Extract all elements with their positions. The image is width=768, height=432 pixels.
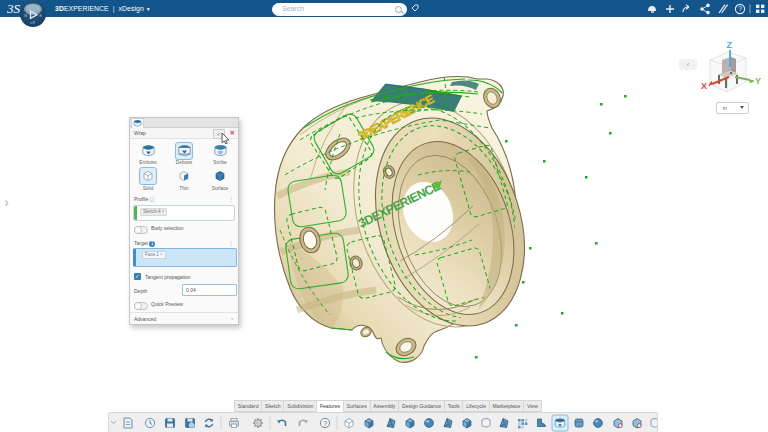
svg-text:3S: 3S [7,2,21,15]
svg-text:v.R: v.R [30,21,35,25]
svg-text:?: ? [738,5,742,12]
svg-text:Z: Z [727,40,733,50]
svg-text:Y: Y [755,76,761,86]
svg-text:X: X [701,81,707,91]
